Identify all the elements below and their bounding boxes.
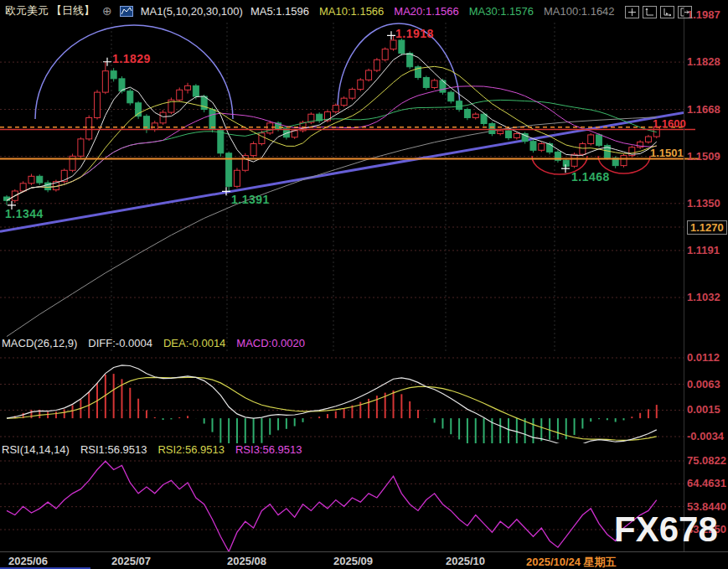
price-axis-label: 1.1270 [687,220,727,235]
chart-header: 欧元美元【日线】 ⊕ MA1(5,10,20,30,100) MA5:1.159… [0,0,615,22]
rsi1-value: RSI1:56.9513 [80,443,147,456]
macd-axis-label: 0.0015 [687,403,720,416]
crosshair-icon[interactable] [625,6,639,18]
ma-legend: MA5:1.1596MA10:1.1566MA20:1.1566MA30:1.1… [250,5,615,18]
macd-axis-label: 0.0112 [687,351,720,364]
macd-axis-label: -0.0034 [687,430,724,442]
price-axis-label: 1.1032 [687,291,720,303]
chart-thumbnail-icon[interactable] [120,6,133,17]
current-date-label: 2025/10/24 星期五 [526,555,617,569]
x-axis-label: 2025/09 [333,555,373,567]
x-axis-separator [0,551,728,552]
x-axis-label: 2025/07 [111,555,151,567]
chart-canvas[interactable] [0,0,728,569]
x-axis-label: 2025/08 [227,555,266,567]
x-axis-label: 2025/06 [8,555,48,567]
macd-axis-label: 0.0063 [687,378,720,391]
price-axis-label: 1.1828 [687,55,720,68]
price-annotation: 1.1829 [112,52,151,65]
price-annotation: 1.1468 [571,170,610,184]
ma-settings-label: MA1(5,10,20,30,100) [141,5,243,18]
price-axis-label: 1.1668 [687,103,720,116]
interval-label: 【日线】 [51,3,95,18]
macd-dea-value: DEA:-0.0014 [163,337,225,349]
y-axis-scale-icon[interactable] [643,6,657,18]
price-annotation: 1.1391 [231,193,270,206]
rsi-panel [0,461,684,551]
x-axis-scale-icon[interactable] [660,6,674,18]
price-axis-separator [684,7,684,551]
price-axis-label: 1.1191 [687,244,720,256]
price-annotation: 1.1344 [5,207,44,220]
rsi-axis-label: 75.0822 [687,454,726,467]
ma-legend-value: MA10:1.1566 [319,5,384,18]
price-axis-label: 1.1350 [687,197,720,209]
price-level-tag: 1.1600 [653,117,686,130]
price-level-tag: 1.1501 [650,147,684,159]
macd-title: MACD(26,12,9) [2,337,77,349]
price-axis-label: 1.1509 [687,150,720,163]
ma-legend-value: MA100:1.1642 [544,5,615,18]
x-axis-label: 2025/10 [446,555,485,567]
ma-legend-value: MA5:1.1596 [250,5,309,18]
symbol-name: 欧元美元 [5,3,49,18]
chart-window: 欧元美元【日线】 ⊕ MA1(5,10,20,30,100) MA5:1.159… [0,0,728,569]
rsi-header: RSI(14,14,14) RSI1:56.9513 RSI2:56.9513 … [2,443,302,456]
rsi-axis-label: 64.4631 [687,477,726,489]
macd-header: MACD(26,12,9) DIFF:-0.0004 DEA:-0.0014 M… [2,337,305,349]
macd-value: MACD:0.0020 [236,337,305,349]
macd-diff-value: DIFF:-0.0004 [88,337,152,349]
ma-legend-value: MA20:1.1566 [394,5,458,18]
price-annotation: 1.1918 [395,27,434,40]
rsi2-value: RSI2:56.9513 [157,443,225,456]
rsi-title: RSI(14,14,14) [2,443,70,456]
rsi3-value: RSI3:56.9513 [235,443,302,456]
exit-chart-icon[interactable] [678,6,692,18]
ma-legend-value: MA30:1.1576 [469,5,534,18]
chart-toolbar [625,6,692,18]
watermark: FX678 [614,510,718,550]
interval-expand-icon[interactable]: ⊕ [102,5,112,17]
